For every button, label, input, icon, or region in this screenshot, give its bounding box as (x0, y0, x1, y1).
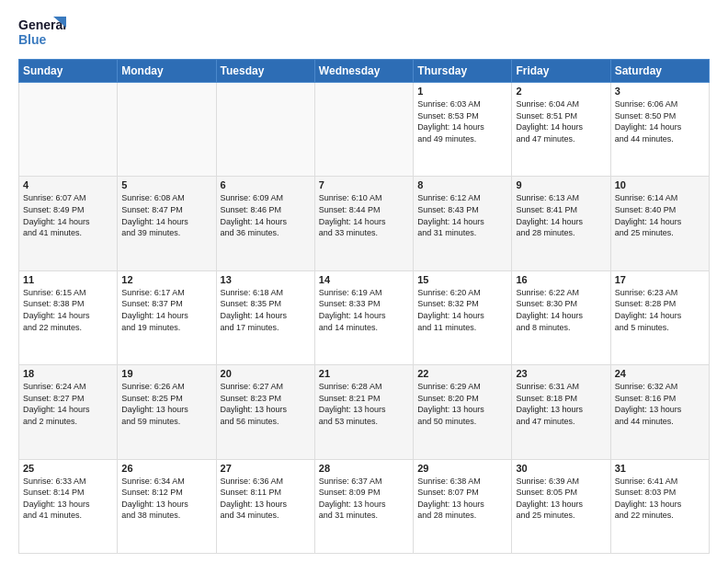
day-number: 20 (221, 368, 311, 379)
day-info: Sunrise: 6:27 AM Sunset: 8:23 PM Dayligh… (221, 381, 311, 427)
calendar-cell: 29Sunrise: 6:38 AM Sunset: 8:07 PM Dayli… (414, 459, 512, 553)
day-number: 6 (221, 179, 311, 190)
day-number: 22 (417, 368, 507, 379)
day-info: Sunrise: 6:09 AM Sunset: 8:46 PM Dayligh… (221, 192, 311, 238)
day-info: Sunrise: 6:19 AM Sunset: 8:33 PM Dayligh… (319, 287, 409, 333)
generalblue-logo-icon: GeneralBlue (18, 15, 66, 50)
day-number: 18 (23, 368, 113, 379)
calendar-cell: 31Sunrise: 6:41 AM Sunset: 8:03 PM Dayli… (610, 459, 709, 553)
day-number: 4 (23, 179, 113, 190)
day-info: Sunrise: 6:39 AM Sunset: 8:05 PM Dayligh… (516, 476, 606, 522)
day-info: Sunrise: 6:22 AM Sunset: 8:30 PM Dayligh… (516, 287, 606, 333)
day-info: Sunrise: 6:18 AM Sunset: 8:35 PM Dayligh… (221, 287, 311, 333)
day-info: Sunrise: 6:06 AM Sunset: 8:50 PM Dayligh… (615, 98, 705, 144)
day-number: 3 (615, 86, 705, 97)
weekday-header-saturday: Saturday (610, 60, 709, 83)
day-info: Sunrise: 6:34 AM Sunset: 8:12 PM Dayligh… (121, 476, 211, 522)
calendar-cell: 12Sunrise: 6:17 AM Sunset: 8:37 PM Dayli… (118, 270, 216, 364)
page: GeneralBlue SundayMondayTuesdayWednesday… (0, 0, 728, 563)
day-number: 8 (417, 179, 507, 190)
calendar-cell: 17Sunrise: 6:23 AM Sunset: 8:28 PM Dayli… (610, 270, 709, 364)
day-number: 12 (121, 274, 211, 285)
svg-text:Blue: Blue (18, 32, 47, 47)
day-number: 28 (319, 463, 409, 474)
calendar-week-2: 4Sunrise: 6:07 AM Sunset: 8:49 PM Daylig… (19, 177, 710, 270)
weekday-header-thursday: Thursday (414, 60, 512, 83)
calendar-cell: 11Sunrise: 6:15 AM Sunset: 8:38 PM Dayli… (19, 270, 118, 364)
day-number: 25 (23, 463, 113, 474)
weekday-header-friday: Friday (512, 60, 610, 83)
day-info: Sunrise: 6:17 AM Sunset: 8:37 PM Dayligh… (121, 287, 211, 333)
calendar-cell: 10Sunrise: 6:14 AM Sunset: 8:40 PM Dayli… (610, 177, 709, 270)
weekday-header-wednesday: Wednesday (314, 60, 413, 83)
day-info: Sunrise: 6:31 AM Sunset: 8:18 PM Dayligh… (516, 381, 606, 427)
day-number: 30 (516, 463, 606, 474)
day-info: Sunrise: 6:37 AM Sunset: 8:09 PM Dayligh… (319, 476, 409, 522)
calendar-week-4: 18Sunrise: 6:24 AM Sunset: 8:27 PM Dayli… (19, 365, 710, 459)
day-number: 7 (319, 179, 409, 190)
calendar-cell (314, 83, 413, 177)
calendar-week-5: 25Sunrise: 6:33 AM Sunset: 8:14 PM Dayli… (19, 459, 710, 553)
calendar-cell: 21Sunrise: 6:28 AM Sunset: 8:21 PM Dayli… (314, 365, 413, 459)
calendar-cell: 4Sunrise: 6:07 AM Sunset: 8:49 PM Daylig… (19, 177, 118, 270)
day-info: Sunrise: 6:33 AM Sunset: 8:14 PM Dayligh… (23, 476, 113, 522)
day-info: Sunrise: 6:24 AM Sunset: 8:27 PM Dayligh… (23, 381, 113, 427)
calendar-cell: 2Sunrise: 6:04 AM Sunset: 8:51 PM Daylig… (512, 83, 610, 177)
day-info: Sunrise: 6:15 AM Sunset: 8:38 PM Dayligh… (23, 287, 113, 333)
calendar-cell: 8Sunrise: 6:12 AM Sunset: 8:43 PM Daylig… (414, 177, 512, 270)
day-number: 17 (615, 274, 705, 285)
day-info: Sunrise: 6:13 AM Sunset: 8:41 PM Dayligh… (516, 192, 606, 238)
day-info: Sunrise: 6:23 AM Sunset: 8:28 PM Dayligh… (615, 287, 705, 333)
weekday-header-monday: Monday (118, 60, 216, 83)
day-number: 5 (121, 179, 211, 190)
weekday-header-tuesday: Tuesday (216, 60, 314, 83)
calendar-week-3: 11Sunrise: 6:15 AM Sunset: 8:38 PM Dayli… (19, 270, 710, 364)
calendar-cell: 22Sunrise: 6:29 AM Sunset: 8:20 PM Dayli… (414, 365, 512, 459)
header: GeneralBlue (18, 15, 710, 50)
calendar-cell: 13Sunrise: 6:18 AM Sunset: 8:35 PM Dayli… (216, 270, 314, 364)
day-number: 24 (615, 368, 705, 379)
day-info: Sunrise: 6:41 AM Sunset: 8:03 PM Dayligh… (615, 476, 705, 522)
logo: GeneralBlue (18, 15, 66, 50)
calendar-cell: 15Sunrise: 6:20 AM Sunset: 8:32 PM Dayli… (414, 270, 512, 364)
day-number: 23 (516, 368, 606, 379)
calendar-cell (216, 83, 314, 177)
calendar-cell: 26Sunrise: 6:34 AM Sunset: 8:12 PM Dayli… (118, 459, 216, 553)
day-info: Sunrise: 6:12 AM Sunset: 8:43 PM Dayligh… (417, 192, 507, 238)
day-number: 14 (319, 274, 409, 285)
calendar-cell: 18Sunrise: 6:24 AM Sunset: 8:27 PM Dayli… (19, 365, 118, 459)
day-info: Sunrise: 6:10 AM Sunset: 8:44 PM Dayligh… (319, 192, 409, 238)
calendar-cell: 24Sunrise: 6:32 AM Sunset: 8:16 PM Dayli… (610, 365, 709, 459)
day-info: Sunrise: 6:08 AM Sunset: 8:47 PM Dayligh… (121, 192, 211, 238)
day-info: Sunrise: 6:03 AM Sunset: 8:53 PM Dayligh… (417, 98, 507, 144)
day-number: 27 (221, 463, 311, 474)
calendar-table: SundayMondayTuesdayWednesdayThursdayFrid… (18, 59, 710, 554)
day-info: Sunrise: 6:28 AM Sunset: 8:21 PM Dayligh… (319, 381, 409, 427)
calendar-cell: 5Sunrise: 6:08 AM Sunset: 8:47 PM Daylig… (118, 177, 216, 270)
weekday-header-sunday: Sunday (19, 60, 118, 83)
day-info: Sunrise: 6:14 AM Sunset: 8:40 PM Dayligh… (615, 192, 705, 238)
day-number: 16 (516, 274, 606, 285)
day-number: 1 (417, 86, 507, 97)
calendar-cell: 28Sunrise: 6:37 AM Sunset: 8:09 PM Dayli… (314, 459, 413, 553)
day-number: 26 (121, 463, 211, 474)
calendar-cell: 20Sunrise: 6:27 AM Sunset: 8:23 PM Dayli… (216, 365, 314, 459)
day-info: Sunrise: 6:38 AM Sunset: 8:07 PM Dayligh… (417, 476, 507, 522)
calendar-cell: 16Sunrise: 6:22 AM Sunset: 8:30 PM Dayli… (512, 270, 610, 364)
day-info: Sunrise: 6:29 AM Sunset: 8:20 PM Dayligh… (417, 381, 507, 427)
calendar-week-1: 1Sunrise: 6:03 AM Sunset: 8:53 PM Daylig… (19, 83, 710, 177)
day-number: 10 (615, 179, 705, 190)
day-number: 9 (516, 179, 606, 190)
calendar-cell: 25Sunrise: 6:33 AM Sunset: 8:14 PM Dayli… (19, 459, 118, 553)
calendar-cell (19, 83, 118, 177)
day-info: Sunrise: 6:04 AM Sunset: 8:51 PM Dayligh… (516, 98, 606, 144)
weekday-header-row: SundayMondayTuesdayWednesdayThursdayFrid… (19, 60, 710, 83)
day-number: 2 (516, 86, 606, 97)
day-info: Sunrise: 6:32 AM Sunset: 8:16 PM Dayligh… (615, 381, 705, 427)
day-number: 15 (417, 274, 507, 285)
day-number: 19 (121, 368, 211, 379)
day-info: Sunrise: 6:36 AM Sunset: 8:11 PM Dayligh… (221, 476, 311, 522)
day-number: 11 (23, 274, 113, 285)
calendar-cell: 27Sunrise: 6:36 AM Sunset: 8:11 PM Dayli… (216, 459, 314, 553)
day-number: 29 (417, 463, 507, 474)
